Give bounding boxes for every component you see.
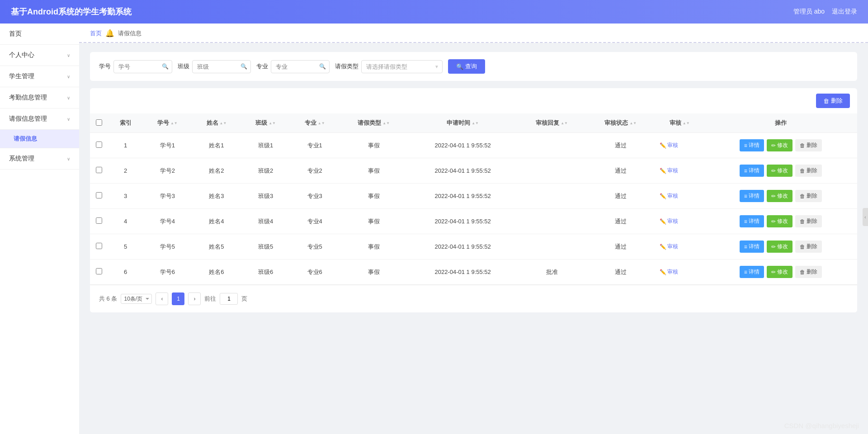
action-buttons: ≡ 详情 ✏ 修改 🗑 删除 bbox=[709, 215, 853, 227]
row-checkbox[interactable] bbox=[96, 243, 102, 249]
review-button[interactable]: ✏️ 审核 bbox=[660, 268, 678, 276]
cell-name: 姓名6 bbox=[192, 259, 241, 285]
search-field-major: 专业 🔍 bbox=[256, 60, 330, 73]
row-checkbox[interactable] bbox=[96, 167, 102, 173]
edit-button[interactable]: ✏ 修改 bbox=[767, 139, 793, 151]
edit-button[interactable]: ✏ 修改 bbox=[767, 215, 793, 227]
action-buttons: ≡ 详情 ✏ 修改 🗑 删除 bbox=[709, 241, 853, 253]
sidebar-item-student[interactable]: 学生管理 ∨ bbox=[0, 66, 79, 87]
delete-button[interactable]: 🗑 删除 bbox=[795, 190, 822, 202]
search-field-class: 班级 🔍 bbox=[178, 60, 251, 73]
leave-type-select[interactable]: 请选择请假类型 事假 病假 bbox=[361, 60, 443, 73]
delete-button[interactable]: 🗑 删除 bbox=[795, 215, 822, 227]
review-button[interactable]: ✏️ 审核 bbox=[660, 142, 678, 149]
pencil-icon: ✏ bbox=[771, 142, 776, 149]
row-checkbox[interactable] bbox=[96, 142, 102, 148]
detail-icon: ≡ bbox=[744, 244, 747, 250]
detail-icon: ≡ bbox=[744, 218, 747, 225]
class-label: 班级 bbox=[178, 62, 189, 71]
search-field-leave-type: 请假类型 请选择请假类型 事假 病假 ▼ bbox=[335, 60, 443, 73]
detail-button[interactable]: ≡ 详情 bbox=[740, 241, 764, 253]
sidebar-collapse-handle[interactable]: ‹ bbox=[863, 208, 868, 226]
cell-index: 6 bbox=[108, 259, 143, 285]
detail-button[interactable]: ≡ 详情 bbox=[740, 266, 764, 278]
sidebar-item-system[interactable]: 系统管理 ∨ bbox=[0, 148, 79, 170]
sort-icon: ▲▼ bbox=[561, 122, 568, 125]
row-checkbox-cell bbox=[90, 158, 108, 184]
row-checkbox-cell bbox=[90, 133, 108, 158]
action-buttons: ≡ 详情 ✏ 修改 🗑 删除 bbox=[709, 165, 853, 177]
edit-button[interactable]: ✏ 修改 bbox=[767, 190, 793, 202]
trash-icon: 🗑 bbox=[800, 269, 805, 275]
row-checkbox[interactable] bbox=[96, 217, 102, 224]
cell-major: 专业3 bbox=[290, 184, 340, 209]
breadcrumb-home[interactable]: 首页 bbox=[90, 29, 102, 42]
header-checkbox-cell bbox=[90, 113, 108, 133]
edit-button[interactable]: ✏ 修改 bbox=[767, 241, 793, 253]
row-checkbox-cell bbox=[90, 234, 108, 259]
search-button-icon: 🔍 bbox=[456, 63, 463, 70]
goto-page-input[interactable] bbox=[220, 293, 238, 305]
edit-button[interactable]: ✏ 修改 bbox=[767, 266, 793, 278]
row-checkbox-cell bbox=[90, 184, 108, 209]
cell-major: 专业6 bbox=[290, 259, 340, 285]
total-count: 共 6 条 bbox=[99, 295, 117, 303]
page-size-select[interactable]: 10条/页 20条/页 bbox=[121, 294, 152, 304]
cell-class: 班级3 bbox=[241, 184, 290, 209]
cell-major: 专业4 bbox=[290, 209, 340, 234]
logout-button[interactable]: 退出登录 bbox=[832, 8, 857, 16]
sidebar-item-leave[interactable]: 请假信息管理 ∨ bbox=[0, 108, 79, 130]
cell-student-id: 学号5 bbox=[143, 234, 192, 259]
action-buttons: ≡ 详情 ✏ 修改 🗑 删除 bbox=[709, 266, 853, 278]
sidebar-leave-info-label: 请假信息 bbox=[14, 135, 37, 142]
review-button[interactable]: ✏️ 审核 bbox=[660, 192, 678, 200]
pencil-icon: ✏ bbox=[771, 269, 776, 275]
row-checkbox[interactable] bbox=[96, 192, 102, 198]
page-1-button[interactable]: 1 bbox=[172, 292, 184, 305]
sidebar-item-attendance[interactable]: 考勤信息管理 ∨ bbox=[0, 87, 79, 108]
review-button[interactable]: ✏️ 审核 bbox=[660, 243, 678, 250]
cell-review-reply bbox=[518, 209, 586, 234]
user-area: 管理员 abo 退出登录 bbox=[793, 8, 857, 16]
row-checkbox[interactable] bbox=[96, 268, 102, 274]
detail-button[interactable]: ≡ 详情 bbox=[740, 190, 764, 202]
table-row: 2 学号2 姓名2 班级2 专业2 事假 2022-04-01 1 9:55:5… bbox=[90, 158, 857, 184]
col-actions: 操作 bbox=[704, 113, 857, 133]
cell-actions: ≡ 详情 ✏ 修改 🗑 删除 bbox=[704, 184, 857, 209]
cell-apply-time: 2022-04-01 1 9:55:52 bbox=[408, 209, 518, 234]
main-layout: 首页 个人中心 ∨ 学生管理 ∨ 考勤信息管理 ∨ 请假信息管理 ∨ 请假信息 … bbox=[0, 24, 868, 434]
trash-icon: 🗑 bbox=[800, 168, 805, 174]
col-apply-time: 申请时间▲▼ bbox=[408, 113, 518, 133]
cell-leave-type: 事假 bbox=[340, 158, 408, 184]
delete-button[interactable]: 🗑 删除 bbox=[795, 241, 822, 253]
detail-button[interactable]: ≡ 详情 bbox=[740, 139, 764, 151]
review-button[interactable]: ✏️ 审核 bbox=[660, 167, 678, 175]
content-area: 首页 🔔 请假信息 学号 🔍 班级 bbox=[79, 24, 868, 434]
pencil-icon: ✏ bbox=[771, 218, 776, 225]
detail-button[interactable]: ≡ 详情 bbox=[740, 165, 764, 177]
breadcrumb-current: 请假信息 bbox=[118, 29, 142, 42]
detail-button[interactable]: ≡ 详情 bbox=[740, 215, 764, 227]
sidebar-item-home[interactable]: 首页 bbox=[0, 24, 79, 45]
cell-name: 姓名4 bbox=[192, 209, 241, 234]
delete-button[interactable]: 🗑 删除 bbox=[795, 165, 822, 177]
sidebar-item-personal[interactable]: 个人中心 ∨ bbox=[0, 45, 79, 66]
sidebar-system-label: 系统管理 bbox=[9, 155, 34, 163]
search-button[interactable]: 🔍 查询 bbox=[448, 59, 485, 74]
delete-button[interactable]: 🗑 删除 bbox=[795, 139, 822, 151]
batch-delete-button[interactable]: 🗑 删除 bbox=[816, 94, 850, 108]
leave-type-select-wrap: 请选择请假类型 事假 病假 ▼ bbox=[361, 60, 443, 73]
sidebar: 首页 个人中心 ∨ 学生管理 ∨ 考勤信息管理 ∨ 请假信息管理 ∨ 请假信息 … bbox=[0, 24, 79, 434]
next-page-button[interactable]: › bbox=[188, 292, 201, 305]
sidebar-sub-item-leave-info[interactable]: 请假信息 bbox=[0, 130, 79, 148]
student-id-input-wrap: 🔍 bbox=[113, 60, 172, 73]
cell-review: ✏️ 审核 bbox=[655, 259, 704, 285]
sort-icon: ▲▼ bbox=[629, 122, 637, 125]
cell-apply-time: 2022-04-01 1 9:55:52 bbox=[408, 158, 518, 184]
edit-button[interactable]: ✏ 修改 bbox=[767, 165, 793, 177]
delete-button[interactable]: 🗑 删除 bbox=[795, 266, 822, 278]
chevron-down-icon: ∨ bbox=[67, 53, 70, 58]
select-all-checkbox[interactable] bbox=[96, 119, 102, 126]
prev-page-button[interactable]: ‹ bbox=[156, 292, 168, 305]
review-button[interactable]: ✏️ 审核 bbox=[660, 217, 678, 225]
